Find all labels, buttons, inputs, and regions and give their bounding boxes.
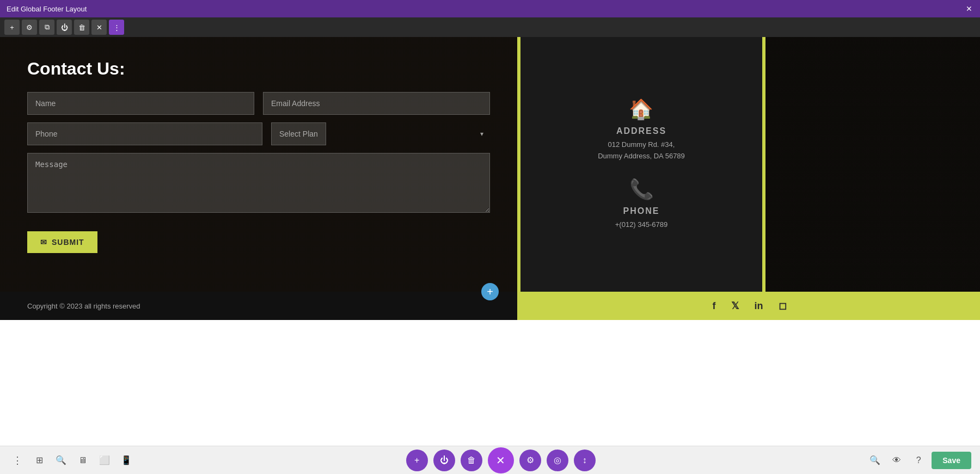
- bottom-close-button[interactable]: ✕: [488, 447, 514, 473]
- form-row-message: [27, 153, 490, 224]
- bottom-tablet-button[interactable]: ⬜: [96, 452, 113, 469]
- bottom-right-controls: 🔍 👁 ? Save: [866, 452, 971, 469]
- name-input[interactable]: [27, 92, 254, 115]
- contact-title: Contact Us:: [27, 59, 490, 79]
- title-bar: Edit Global Footer Layout ✕: [0, 0, 980, 17]
- toolbar-add-button[interactable]: +: [4, 20, 20, 35]
- copyright-text: Copyright © 2023 all rights reserved: [27, 302, 140, 310]
- address-line2: Dummy Address, DA 56789: [598, 151, 685, 162]
- contact-form-content: Contact Us: Select Plan Basic Pro Enterp…: [27, 59, 490, 253]
- home-icon: 🏠: [629, 98, 653, 121]
- instagram-icon[interactable]: ◻: [779, 300, 787, 312]
- bottom-settings-button[interactable]: ⚙: [519, 450, 541, 471]
- right-column: [765, 37, 980, 292]
- bottom-power-button[interactable]: ⏻: [433, 450, 455, 471]
- bottom-circle-button[interactable]: ◎: [547, 450, 568, 471]
- toolbar-more-button[interactable]: ⋮: [109, 20, 124, 35]
- submit-button[interactable]: ✉ SUBMIT: [27, 231, 97, 253]
- select-plan-dropdown[interactable]: Select Plan Basic Pro Enterprise: [271, 122, 326, 145]
- bottom-help-button[interactable]: ?: [910, 452, 927, 469]
- contact-info-column: 🏠 ADDRESS 012 Dummy Rd. #34, Dummy Addre…: [519, 37, 764, 292]
- save-button[interactable]: Save: [932, 452, 971, 469]
- title-bar-text: Edit Global Footer Layout: [7, 5, 87, 13]
- toolbar-duplicate-button[interactable]: ⧉: [39, 20, 54, 35]
- bottom-adjust-button[interactable]: ↕: [574, 450, 596, 471]
- bottom-more-button[interactable]: ⋮: [9, 452, 26, 469]
- bottom-add-button[interactable]: +: [406, 450, 428, 471]
- submit-label: SUBMIT: [52, 238, 84, 247]
- phone-title: PHONE: [623, 206, 660, 216]
- bottom-desktop-button[interactable]: 🖥: [74, 452, 91, 469]
- select-plan-wrapper: Select Plan Basic Pro Enterprise ▾: [271, 122, 490, 145]
- phone-icon: 📞: [629, 178, 654, 201]
- right-column-bg: [765, 37, 980, 292]
- phone-info-item: 📞 PHONE +(012) 345-6789: [615, 178, 668, 231]
- title-bar-close-button[interactable]: ✕: [965, 4, 973, 13]
- bottom-eye-button[interactable]: 👁: [888, 452, 905, 469]
- toolbar-delete-button[interactable]: 🗑: [74, 20, 89, 35]
- bottom-delete-button[interactable]: 🗑: [461, 450, 482, 471]
- submit-envelope-icon: ✉: [40, 238, 47, 247]
- bottom-zoom-button[interactable]: 🔍: [866, 452, 884, 469]
- toolbar-close-button[interactable]: ✕: [91, 20, 107, 35]
- social-icons-bar: f 𝕏 in ◻: [519, 292, 978, 320]
- address-title: ADDRESS: [616, 126, 666, 136]
- bottom-search-button[interactable]: 🔍: [52, 452, 70, 469]
- bottom-mobile-button[interactable]: 📱: [118, 452, 135, 469]
- footer-section: Contact Us: Select Plan Basic Pro Enterp…: [0, 37, 980, 292]
- form-row-phone-plan: Select Plan Basic Pro Enterprise ▾: [27, 122, 490, 145]
- toolbar-power-button[interactable]: ⏻: [57, 20, 72, 35]
- facebook-icon[interactable]: f: [713, 300, 716, 312]
- address-line1: 012 Dummy Rd. #34,: [608, 139, 675, 151]
- bottom-center-controls: + ⏻ 🗑 ✕ ⚙ ◎ ↕: [406, 447, 596, 473]
- select-arrow-icon: ▾: [480, 130, 483, 138]
- address-info-item: 🏠 ADDRESS 012 Dummy Rd. #34, Dummy Addre…: [598, 98, 685, 162]
- copyright-left: Copyright © 2023 all rights reserved: [0, 292, 517, 320]
- bottom-left-controls: ⋮ ⊞ 🔍 🖥 ⬜ 📱: [9, 452, 135, 469]
- phone-number: +(012) 345-6789: [615, 219, 668, 231]
- form-row-name-email: [27, 92, 490, 115]
- white-area: [0, 320, 980, 429]
- bottom-toolbar: ⋮ ⊞ 🔍 🖥 ⬜ 📱 + ⏻ 🗑 ✕ ⚙ ◎ ↕ 🔍 👁 ? Save: [0, 446, 980, 474]
- add-section-button[interactable]: +: [481, 283, 499, 300]
- contact-form-column: Contact Us: Select Plan Basic Pro Enterp…: [0, 37, 517, 292]
- toolbar-settings-button[interactable]: ⚙: [22, 20, 37, 35]
- twitter-icon[interactable]: 𝕏: [731, 300, 739, 312]
- toolbar-strip: + ⚙ ⧉ ⏻ 🗑 ✕ ⋮: [0, 17, 980, 37]
- linkedin-icon[interactable]: in: [755, 300, 763, 312]
- email-input[interactable]: [263, 92, 490, 115]
- phone-input[interactable]: [27, 122, 262, 145]
- bottom-grid-button[interactable]: ⊞: [30, 452, 48, 469]
- message-textarea[interactable]: [27, 153, 490, 213]
